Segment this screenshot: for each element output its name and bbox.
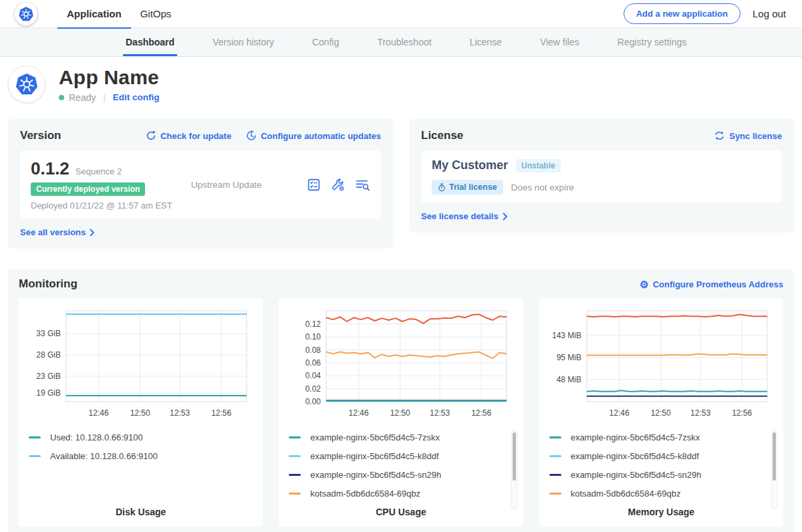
svg-text:12:46: 12:46 — [349, 408, 369, 418]
monitoring-title: Monitoring — [19, 277, 78, 291]
refresh-icon — [146, 130, 156, 141]
upstream-update-label: Upstream Update — [172, 180, 307, 190]
edit-config-link[interactable]: Edit config — [113, 92, 160, 102]
monitoring-panel: Monitoring ⚙ Configure Prometheus Addres… — [8, 269, 794, 532]
legend-dash-icon — [29, 436, 41, 438]
tab-version-history[interactable]: Version history — [213, 28, 274, 56]
check-for-update-label: Check for update — [160, 131, 231, 141]
legend-label: example-nginx-5bc6f5d4c5-7zskx — [310, 432, 440, 442]
configure-automatic-updates-link[interactable]: Configure automatic updates — [246, 130, 381, 141]
tab-view-files[interactable]: View files — [540, 28, 579, 56]
divider: | — [103, 92, 105, 102]
legend-scrollbar[interactable] — [771, 430, 777, 509]
legend-scrollbar[interactable] — [511, 430, 517, 509]
svg-text:33 GiB: 33 GiB — [36, 329, 61, 338]
legend-label: Available: 10.128.0.66:9100 — [50, 451, 158, 461]
svg-text:12:50: 12:50 — [650, 408, 670, 418]
legend-dash-icon — [289, 493, 301, 495]
svg-text:0.12: 0.12 — [305, 319, 321, 329]
legend-item: example-nginx-5bc6f5d4c5-k8ddf — [549, 446, 773, 465]
see-license-details-link[interactable]: See license details — [421, 211, 508, 221]
tab-registry-settings[interactable]: Registry settings — [618, 28, 686, 56]
tab-gitops-label: GitOps — [140, 8, 172, 19]
cpu-usage-chart-plot: 12:4612:5012:5312:560.120.100.080.060.04… — [289, 307, 512, 420]
svg-text:12:46: 12:46 — [89, 408, 109, 418]
legend-label: kotsadm-5db6dc6584-69qbz — [571, 489, 681, 499]
sync-license-label: Sync license — [729, 131, 782, 141]
chart-title: Disk Usage — [29, 507, 253, 519]
svg-text:12:46: 12:46 — [609, 408, 629, 418]
see-license-details-label: See license details — [421, 211, 499, 221]
stopwatch-icon — [438, 183, 446, 192]
svg-text:12:56: 12:56 — [732, 408, 752, 418]
configure-prometheus-link[interactable]: ⚙ Configure Prometheus Address — [640, 279, 783, 289]
legend-dash-icon — [289, 474, 301, 476]
tab-application[interactable]: Application — [57, 0, 131, 28]
legend-label: example-nginx-5bc6f5d4c5-k8ddf — [571, 451, 699, 461]
channel-badge: Unstable — [516, 159, 561, 172]
configure-automatic-updates-label: Configure automatic updates — [261, 131, 381, 141]
chart-legend: Used: 10.128.0.66:9100Available: 10.128.… — [29, 428, 253, 465]
svg-text:48 MiB: 48 MiB — [556, 375, 581, 384]
legend-dash-icon — [29, 455, 41, 457]
preflight-checks-button[interactable] — [331, 178, 345, 192]
svg-text:12:50: 12:50 — [130, 408, 150, 418]
license-panel: License Sync license My Customer Unstabl… — [409, 119, 794, 233]
svg-text:0.02: 0.02 — [305, 384, 321, 394]
legend-item: kotsadm-5db6dc6584-69qbz — [549, 484, 773, 503]
app-icon — [8, 65, 45, 103]
scrollbar-thumb[interactable] — [513, 432, 516, 481]
version-number: 0.1.2 — [31, 158, 70, 179]
tab-dashboard[interactable]: Dashboard — [126, 28, 174, 56]
svg-text:12:56: 12:56 — [472, 408, 492, 418]
release-notes-button[interactable] — [307, 178, 321, 192]
configure-prometheus-label: Configure Prometheus Address — [653, 279, 783, 289]
svg-text:12:53: 12:53 — [690, 408, 710, 418]
legend-dash-icon — [289, 436, 301, 438]
license-expiry: Does not expire — [511, 182, 575, 192]
tab-gitops[interactable]: GitOps — [131, 0, 181, 28]
legend-label: example-nginx-5bc6f5d4c5-k8ddf — [310, 451, 438, 461]
tab-application-label: Application — [67, 8, 122, 19]
scrollbar-thumb[interactable] — [773, 432, 776, 481]
legend-item: Available: 10.128.0.66:9100 — [29, 446, 253, 465]
gear-icon: ⚙ — [640, 279, 648, 289]
kubernetes-app-icon — [15, 72, 39, 96]
logs-search-icon — [355, 178, 370, 192]
add-application-button[interactable]: Add a new application — [624, 3, 741, 24]
svg-text:0.10: 0.10 — [305, 332, 321, 342]
wrench-gear-icon — [331, 178, 345, 192]
svg-text:19 GiB: 19 GiB — [36, 388, 61, 398]
svg-text:23 GiB: 23 GiB — [36, 372, 61, 381]
check-for-update-link[interactable]: Check for update — [146, 130, 231, 141]
view-deploy-logs-button[interactable] — [355, 178, 370, 192]
chart-legend: example-nginx-5bc6f5d4c5-7zskxexample-ng… — [289, 428, 513, 503]
license-type-label: Trial license — [449, 182, 497, 192]
version-panel: Version Check for update Configure au — [8, 119, 393, 249]
tab-troubleshoot[interactable]: Troubleshoot — [377, 28, 431, 56]
chart-card: 12:4612:5012:5312:56143 MiB95 MiB48 MiB … — [539, 298, 783, 527]
current-version-card: 0.1.2 Sequence 2 Currently deployed vers… — [20, 150, 381, 219]
chart-title: Memory Usage — [549, 507, 773, 519]
svg-text:0.08: 0.08 — [305, 346, 321, 355]
svg-text:28 GiB: 28 GiB — [36, 350, 61, 360]
legend-label: kotsadm-5db6dc6584-69qbz — [310, 489, 420, 499]
legend-dash-icon — [549, 493, 561, 495]
chart-card: 12:4612:5012:5312:5633 GiB28 GiB23 GiB19… — [19, 298, 263, 527]
see-all-versions-link[interactable]: See all versions — [20, 227, 95, 237]
legend-label: example-nginx-5bc6f5d4c5-7zskx — [571, 432, 700, 442]
tab-config[interactable]: Config — [312, 28, 339, 56]
legend-dash-icon — [549, 436, 561, 438]
svg-text:12:56: 12:56 — [211, 408, 231, 418]
svg-text:0.00: 0.00 — [305, 397, 321, 406]
chevron-right-icon — [90, 229, 95, 237]
license-detail-card: My Customer Unstable Trial license Does … — [421, 150, 782, 203]
disk-usage-chart-plot: 12:4612:5012:5312:5633 GiB28 GiB23 GiB19… — [29, 307, 252, 420]
tab-license[interactable]: License — [470, 28, 502, 56]
sync-license-link[interactable]: Sync license — [714, 130, 782, 141]
version-sequence: Sequence 2 — [76, 166, 122, 176]
svg-text:0.04: 0.04 — [305, 371, 321, 380]
logout-button[interactable]: Log out — [753, 8, 786, 19]
chart-card: 12:4612:5012:5312:560.120.100.080.060.04… — [279, 298, 523, 527]
customer-name: My Customer — [432, 158, 508, 172]
